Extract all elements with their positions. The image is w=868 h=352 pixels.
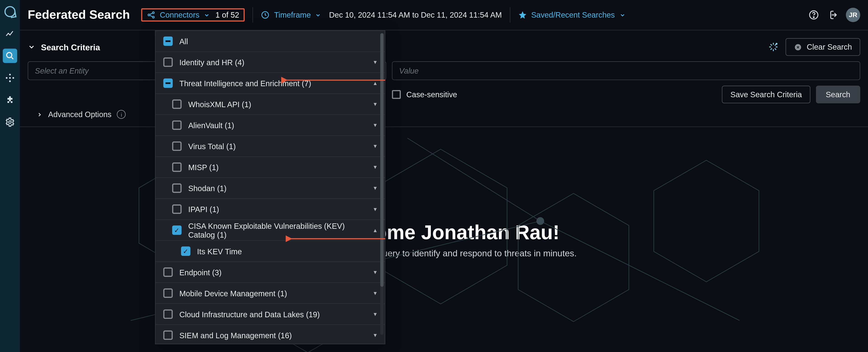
chevron-down-icon: [28, 43, 35, 51]
chevron-right-icon: [37, 111, 43, 117]
save-criteria-button[interactable]: Save Search Criteria: [722, 86, 810, 103]
connectors-count: 1 of 52: [215, 11, 239, 20]
scrollbar[interactable]: [380, 33, 383, 335]
checkbox-icon: [163, 309, 173, 319]
svg-point-4: [9, 74, 11, 75]
chevron-down-icon: ▾: [374, 269, 377, 276]
value-input[interactable]: Value: [392, 61, 860, 80]
checkbox-icon: [163, 268, 173, 277]
help-icon[interactable]: [808, 9, 819, 21]
share-icon: [147, 11, 155, 20]
connector-item[interactable]: Virus Total (1)▾: [156, 136, 385, 157]
connector-label: Shodan (1): [188, 184, 367, 192]
connector-label: All: [179, 37, 377, 45]
divider: [252, 7, 253, 23]
connector-item[interactable]: Shodan (1)▾: [156, 178, 385, 199]
connector-item[interactable]: Cloud Infrastructure and Data Lakes (19)…: [156, 304, 385, 325]
checkbox-icon: [172, 141, 182, 151]
checkbox-icon: [163, 330, 173, 340]
info-icon: i: [117, 110, 126, 119]
chevron-down-icon: [619, 12, 625, 18]
connector-item[interactable]: AlienVault (1)▾: [156, 115, 385, 136]
clear-label: Clear Search: [807, 43, 852, 51]
chevron-down-icon: ▾: [374, 331, 377, 339]
user-avatar[interactable]: JR: [846, 8, 860, 22]
connector-item[interactable]: Identity and HR (4)▾: [156, 52, 385, 73]
chevron-up-icon: ▴: [374, 80, 377, 87]
svg-line-16: [540, 221, 740, 321]
connector-item[interactable]: WhoisXML API (1)▾: [156, 94, 385, 115]
connector-label: SIEM and Log Management (16): [179, 331, 367, 340]
divider: [509, 7, 510, 23]
chevron-down-icon: ▾: [374, 206, 377, 213]
hero-area: Welcome Jonathan Rau! Get started with Q…: [20, 127, 868, 352]
connector-label: WhoisXML API (1): [188, 100, 367, 109]
nav-search[interactable]: [3, 49, 17, 63]
value-placeholder: Value: [399, 66, 418, 75]
connector-item[interactable]: MISP (1)▾: [156, 157, 385, 178]
svg-point-3: [12, 77, 14, 79]
nav-settings[interactable]: [3, 115, 17, 129]
saved-searches-dropdown[interactable]: Saved/Recent Searches: [518, 11, 625, 20]
case-sensitive-checkbox[interactable]: Case-sensitive: [392, 90, 457, 99]
sparkle-icon[interactable]: [768, 41, 779, 52]
svg-point-5: [9, 80, 11, 82]
connectors-dropdown-panel: AllIdentity and HR (4)▾Threat Intelligen…: [155, 31, 385, 344]
checkbox-icon: [172, 100, 182, 109]
clear-search-button[interactable]: Clear Search: [786, 38, 860, 56]
connector-item[interactable]: ✓Its KEV Time: [156, 241, 385, 262]
connector-item[interactable]: Endpoint (3)▾: [156, 262, 385, 283]
checkbox-icon: [163, 78, 173, 88]
connector-item[interactable]: All: [156, 31, 385, 52]
nav-analytics[interactable]: [3, 27, 17, 41]
connectors-dropdown[interactable]: Connectors: [147, 11, 210, 20]
connector-item[interactable]: Mobile Device Management (1)▾: [156, 283, 385, 304]
svg-point-2: [6, 77, 7, 79]
svg-point-0: [6, 52, 12, 58]
clock-icon: [261, 11, 270, 20]
logout-icon[interactable]: [827, 9, 838, 21]
checkbox-icon: [172, 183, 182, 193]
chevron-down-icon: ▾: [374, 311, 377, 318]
svg-point-1: [9, 77, 11, 79]
checkbox-icon: [172, 120, 182, 130]
close-circle-icon: [794, 43, 802, 51]
chevron-down-icon: ▾: [374, 184, 377, 192]
connector-label: Endpoint (3): [179, 268, 367, 277]
connector-label: Its KEV Time: [197, 247, 377, 255]
connector-item[interactable]: IPAPI (1)▾: [156, 199, 385, 220]
checkbox-icon: ✓: [181, 246, 191, 256]
connector-label: CISA Known Exploitable Vulnerabilities (…: [188, 221, 367, 239]
checkbox-icon: [163, 37, 173, 46]
advanced-options-toggle[interactable]: Advanced Options i: [20, 110, 868, 127]
connector-label: Cloud Infrastructure and Data Lakes (19): [179, 310, 367, 319]
search-criteria-toggle[interactable]: Search Criteria: [28, 42, 100, 52]
nav-plugin[interactable]: [3, 93, 17, 107]
connector-label: Virus Total (1): [188, 142, 367, 150]
svg-point-13: [776, 43, 777, 44]
connector-item[interactable]: ✓CISA Known Exploitable Vulnerabilities …: [156, 220, 385, 241]
nav-nodes[interactable]: [3, 71, 17, 85]
search-button[interactable]: Search: [816, 86, 860, 103]
logo-icon[interactable]: [3, 4, 17, 19]
connector-item[interactable]: SIEM and Log Management (16)▾: [156, 325, 385, 344]
connectors-highlight: Connectors 1 of 52: [141, 8, 245, 22]
chevron-down-icon: ▾: [374, 143, 377, 150]
chevron-down-icon: ▾: [374, 289, 377, 297]
timeframe-label: Timeframe: [274, 11, 311, 20]
chevron-down-icon: [204, 12, 210, 18]
checkbox-icon: ✓: [172, 225, 182, 235]
timeframe-dropdown[interactable]: Timeframe: [261, 11, 321, 20]
side-nav: [0, 0, 20, 352]
star-icon: [518, 11, 527, 20]
advanced-label: Advanced Options: [48, 110, 112, 119]
checkbox-icon: [392, 90, 401, 99]
timeframe-value: Dec 10, 2024 11:54 AM to Dec 11, 2024 11…: [329, 11, 502, 20]
entity-placeholder: Select an Entity: [35, 66, 89, 75]
connector-label: AlienVault (1): [188, 121, 367, 130]
connector-label: Mobile Device Management (1): [179, 289, 367, 297]
chevron-up-icon: ▴: [374, 226, 377, 234]
connectors-label: Connectors: [160, 11, 199, 20]
case-sensitive-label: Case-sensitive: [406, 90, 457, 99]
connector-item[interactable]: Threat Intelligence and Enrichment (7)▴: [156, 73, 385, 94]
